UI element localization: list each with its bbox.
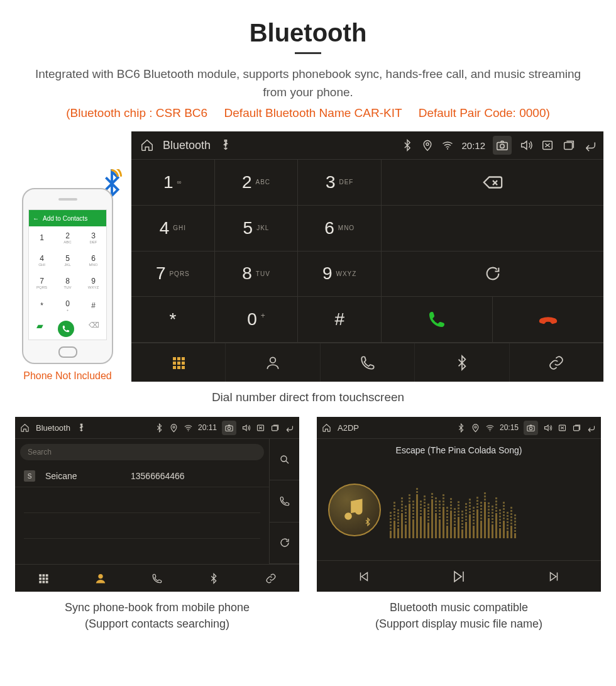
side-call[interactable] bbox=[270, 480, 299, 522]
empty-row bbox=[382, 206, 603, 251]
home-icon[interactable] bbox=[20, 423, 30, 433]
call-end-button[interactable] bbox=[493, 297, 603, 342]
home-icon[interactable] bbox=[322, 423, 331, 433]
phone-topbar-title: Add to Contacts bbox=[43, 215, 87, 222]
volume-icon[interactable] bbox=[519, 138, 533, 152]
nav-pair[interactable] bbox=[510, 343, 603, 382]
search-placeholder: Search bbox=[28, 448, 52, 456]
bluetooth-status-icon bbox=[456, 423, 466, 433]
title-underline bbox=[295, 52, 321, 54]
nav-call-log[interactable] bbox=[321, 343, 415, 382]
svg-rect-18 bbox=[43, 574, 45, 577]
camera-icon[interactable] bbox=[222, 421, 236, 435]
svg-rect-14 bbox=[173, 366, 176, 369]
wifi-icon bbox=[485, 423, 495, 433]
volume-icon[interactable] bbox=[543, 423, 553, 433]
nav-call-log[interactable] bbox=[129, 565, 185, 592]
clock: 20:12 bbox=[461, 140, 485, 151]
contact-row[interactable]: S Seicane 13566664466 bbox=[15, 465, 269, 487]
bottom-nav bbox=[131, 343, 603, 382]
prev-track-button[interactable] bbox=[317, 561, 412, 592]
key-7[interactable]: 7PQRS bbox=[131, 252, 215, 297]
smartphone-mockup: ← Add to Contacts 12ABC3DEF 4GHI5JKL6MNO… bbox=[22, 188, 113, 364]
phone-backspace-icon: ⌫ bbox=[89, 321, 99, 337]
contact-number: 13566664466 bbox=[131, 471, 185, 481]
location-icon bbox=[421, 139, 434, 152]
next-track-button[interactable] bbox=[506, 561, 601, 592]
svg-rect-24 bbox=[43, 580, 45, 583]
volume-icon[interactable] bbox=[241, 423, 251, 433]
phone-video-icon: ▰ bbox=[36, 321, 43, 337]
key-2[interactable]: 2ABC bbox=[215, 160, 299, 206]
wifi-icon bbox=[184, 423, 193, 433]
play-pause-button[interactable] bbox=[412, 561, 507, 592]
key-8[interactable]: 8TUV bbox=[215, 252, 299, 297]
clock: 20:15 bbox=[500, 423, 519, 432]
key-*[interactable]: * bbox=[131, 297, 215, 343]
svg-rect-19 bbox=[46, 574, 48, 577]
svg-rect-10 bbox=[182, 357, 185, 360]
dial-caption: Dial number direct from touchscreen bbox=[13, 390, 603, 404]
refresh-button[interactable] bbox=[382, 252, 603, 297]
recent-apps-icon[interactable] bbox=[270, 423, 280, 433]
track-title: Escape (The Pina Colada Song) bbox=[317, 439, 601, 459]
usb-icon bbox=[219, 139, 232, 152]
svg-rect-16 bbox=[182, 366, 185, 369]
svg-rect-17 bbox=[39, 574, 41, 577]
svg-rect-9 bbox=[177, 357, 180, 360]
dial-screen: Bluetooth 20:12 1∞2ABC3DEF4GHI5JKL6MNO7P… bbox=[131, 131, 603, 382]
side-search[interactable] bbox=[270, 439, 299, 480]
nav-contacts[interactable] bbox=[226, 343, 320, 382]
key-0[interactable]: 0+ bbox=[215, 297, 299, 343]
key-#[interactable]: # bbox=[298, 297, 382, 343]
music-caption1: Bluetooth music compatible bbox=[317, 599, 601, 616]
nav-keypad[interactable] bbox=[15, 565, 72, 592]
back-icon[interactable] bbox=[583, 138, 597, 152]
svg-rect-23 bbox=[39, 580, 41, 583]
home-icon[interactable] bbox=[140, 138, 154, 152]
svg-rect-15 bbox=[177, 366, 180, 369]
close-app-icon[interactable] bbox=[541, 138, 554, 152]
close-app-icon[interactable] bbox=[558, 423, 567, 433]
key-6[interactable]: 6MNO bbox=[298, 206, 382, 252]
phonebook-caption2: (Support contacts searching) bbox=[15, 616, 299, 632]
key-5[interactable]: 5JKL bbox=[215, 206, 299, 252]
close-app-icon[interactable] bbox=[256, 423, 265, 433]
nav-bluetooth[interactable] bbox=[185, 565, 242, 592]
phonebook-screen: Bluetooth 20:11 bbox=[15, 417, 299, 592]
svg-rect-21 bbox=[43, 577, 45, 580]
svg-rect-25 bbox=[46, 580, 48, 583]
recent-apps-icon[interactable] bbox=[572, 423, 581, 433]
call-answer-button[interactable] bbox=[382, 297, 493, 342]
camera-icon[interactable] bbox=[493, 136, 512, 155]
key-9[interactable]: 9WXYZ bbox=[298, 252, 382, 297]
svg-rect-13 bbox=[182, 362, 185, 365]
phone-call-button bbox=[58, 321, 74, 337]
side-refresh[interactable] bbox=[270, 523, 299, 564]
svg-rect-11 bbox=[173, 362, 176, 365]
key-4[interactable]: 4GHI bbox=[131, 206, 215, 252]
key-3[interactable]: 3DEF bbox=[298, 160, 382, 206]
spec-chip: (Bluetooth chip : CSR BC6 bbox=[66, 106, 207, 119]
nav-pair[interactable] bbox=[243, 565, 299, 592]
search-input[interactable]: Search bbox=[20, 444, 264, 460]
location-icon bbox=[169, 423, 179, 433]
back-icon[interactable] bbox=[285, 423, 294, 433]
equalizer bbox=[390, 482, 590, 538]
nav-keypad[interactable] bbox=[131, 343, 226, 382]
nav-contacts[interactable] bbox=[72, 565, 128, 592]
music-screen: A2DP 20:15 Escape (The bbox=[317, 417, 601, 592]
key-1[interactable]: 1∞ bbox=[131, 160, 215, 206]
svg-point-26 bbox=[98, 574, 102, 578]
phonebook-caption1: Sync phone-book from mobile phone bbox=[15, 599, 299, 616]
wifi-icon bbox=[441, 139, 454, 152]
spec-line: (Bluetooth chip : CSR BC6 Default Blueto… bbox=[13, 106, 603, 120]
backspace-button[interactable] bbox=[382, 160, 603, 205]
music-caption2: (Support display music file name) bbox=[317, 616, 601, 632]
screen-title: Bluetooth bbox=[163, 139, 211, 152]
svg-rect-20 bbox=[39, 577, 41, 580]
recent-apps-icon[interactable] bbox=[562, 138, 576, 152]
back-icon[interactable] bbox=[586, 423, 596, 433]
camera-icon[interactable] bbox=[524, 421, 538, 435]
nav-bluetooth[interactable] bbox=[415, 343, 509, 382]
